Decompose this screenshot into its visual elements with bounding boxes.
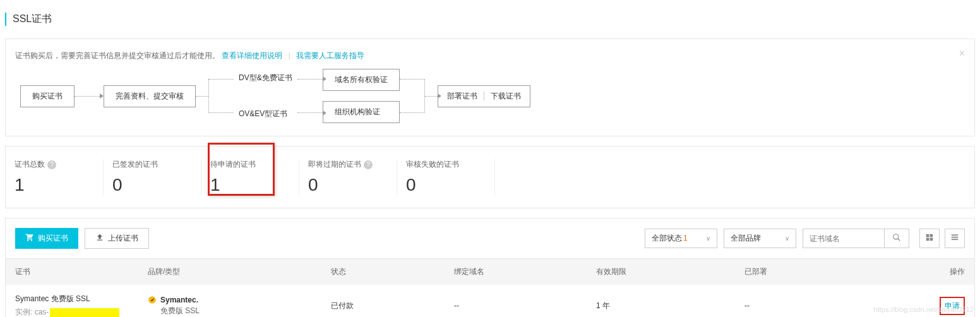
stat-value: 0 xyxy=(406,175,486,195)
stat-label: 已签发的证书 xyxy=(112,159,158,170)
stat-expiring[interactable]: 即将过期的证书? 0 xyxy=(299,159,397,195)
stat-value: 0 xyxy=(308,175,388,195)
grid-icon xyxy=(925,234,934,244)
cell-validity: 1 年 xyxy=(596,301,744,311)
cert-table: 证书 品牌/类型 状态 绑定域名 有效期限 已部署 操作 Symantec 免费… xyxy=(5,258,975,317)
th-action: 操作 xyxy=(928,266,965,277)
select-label: 全部品牌 xyxy=(731,233,761,244)
brand-name: Symantec. xyxy=(160,296,200,304)
info-message: 证书购买后，需要完善证书信息并提交审核通过后才能使用。 xyxy=(15,51,220,60)
upload-cert-button[interactable]: 上传证书 xyxy=(85,228,149,249)
flow-verify-domain: 域名所有权验证 xyxy=(323,69,400,91)
cert-name: Symantec 免费版 SSL xyxy=(15,294,148,304)
cart-icon xyxy=(25,233,34,244)
toolbar: 购买证书 上传证书 全部状态1 ∨ 全部品牌 ∨ xyxy=(5,218,975,258)
view-grid-button[interactable] xyxy=(919,229,940,248)
search-input[interactable] xyxy=(803,229,885,248)
branch-label-ov: OV&EV型证书 xyxy=(239,109,292,119)
th-validity: 有效期限 xyxy=(596,266,744,277)
watermark: https://blog.csdn.net/baiyan3212 xyxy=(874,306,974,313)
th-brand: 品牌/类型 xyxy=(148,266,331,277)
flow-branch: DV型&免费证书 OV&EV型证书 域名所有权验证 组织机构验证 xyxy=(208,69,438,123)
flow-connector xyxy=(196,96,208,97)
filter-brand-select[interactable]: 全部品牌 ∨ xyxy=(724,229,796,248)
cert-instance: 实例: cas- xyxy=(15,307,148,317)
svg-point-0 xyxy=(893,234,899,239)
th-cert: 证书 xyxy=(15,266,148,277)
close-icon[interactable]: × xyxy=(959,48,965,59)
filter-count: 1 xyxy=(683,234,688,242)
stat-failed[interactable]: 审核失败的证书 0 xyxy=(397,159,495,195)
flow-step-submit: 完善资料、提交审核 xyxy=(104,85,196,107)
separator xyxy=(484,92,484,100)
stat-label: 证书总数 xyxy=(15,159,45,170)
flow-download: 下载证书 xyxy=(491,91,521,102)
stat-label: 审核失败的证书 xyxy=(406,159,459,170)
search-icon xyxy=(892,234,901,244)
select-label: 全部状态 xyxy=(652,234,682,242)
th-status: 状态 xyxy=(331,266,454,277)
view-toggle xyxy=(919,229,965,248)
stat-issued[interactable]: 已签发的证书 0 xyxy=(104,159,201,195)
svg-rect-3 xyxy=(930,234,933,237)
info-panel: × 证书购买后，需要完善证书信息并提交审核通过后才能使用。 查看详细使用说明 |… xyxy=(5,39,975,136)
branch-label-dv: DV型&免费证书 xyxy=(239,73,292,83)
info-text: 证书购买后，需要完善证书信息并提交审核通过后才能使用。 查看详细使用说明 | 我… xyxy=(15,51,965,61)
help-icon[interactable]: ? xyxy=(47,160,56,169)
stat-value: 1 xyxy=(15,175,94,195)
search-wrap xyxy=(803,229,909,248)
brand-sub: 免费版 SSL xyxy=(160,306,200,316)
svg-rect-5 xyxy=(930,238,933,241)
help-icon[interactable]: ? xyxy=(364,160,373,169)
button-label: 上传证书 xyxy=(108,233,138,244)
svg-rect-2 xyxy=(926,234,929,237)
table-header: 证书 品牌/类型 状态 绑定域名 有效期限 已部署 操作 xyxy=(6,259,974,285)
symantec-logo-icon xyxy=(148,296,157,304)
link-usage-details[interactable]: 查看详细使用说明 xyxy=(222,51,282,60)
flow-final: 部署证书 下载证书 xyxy=(438,85,530,107)
svg-rect-4 xyxy=(926,238,929,241)
stat-total[interactable]: 证书总数? 1 xyxy=(6,159,104,195)
chevron-down-icon: ∨ xyxy=(785,235,789,242)
flow-diagram: 购买证书 完善资料、提交审核 DV型&免费证书 OV&EV型证书 域名所有权验证… xyxy=(20,69,965,123)
flow-verify-org: 组织机构验证 xyxy=(323,101,400,123)
svg-rect-7 xyxy=(952,237,959,238)
stat-value: 0 xyxy=(112,175,192,195)
separator: | xyxy=(289,51,290,60)
stat-label: 待申请的证书 xyxy=(210,159,256,170)
flow-arrow xyxy=(75,93,104,99)
flow-deploy: 部署证书 xyxy=(447,91,477,102)
buy-cert-button[interactable]: 购买证书 xyxy=(15,228,78,249)
button-label: 购买证书 xyxy=(38,233,68,244)
list-icon xyxy=(950,234,959,244)
cell-status: 已付款 xyxy=(331,301,454,311)
search-button[interactable] xyxy=(885,229,909,248)
flow-step-buy: 购买证书 xyxy=(20,85,75,107)
stat-value: 1 xyxy=(210,175,290,195)
cell-domain: -- xyxy=(454,301,596,310)
view-list-button[interactable] xyxy=(945,229,965,248)
link-manual-service[interactable]: 我需要人工服务指导 xyxy=(296,51,364,60)
stat-label: 即将过期的证书 xyxy=(308,159,361,170)
svg-rect-6 xyxy=(952,234,959,236)
svg-rect-8 xyxy=(952,239,959,240)
chevron-down-icon: ∨ xyxy=(706,235,710,242)
table-row: Symantec 免费版 SSL 实例: cas- Symantec. 免费版 … xyxy=(6,285,974,317)
redacted-text xyxy=(50,308,119,317)
upload-icon xyxy=(95,233,104,244)
th-deployed: 已部署 xyxy=(744,266,928,277)
stats-panel: 证书总数? 1 已签发的证书 0 待申请的证书 1 即将过期的证书? 0 审核失… xyxy=(5,146,975,208)
svg-line-1 xyxy=(898,239,900,241)
page-title: SSL证书 xyxy=(5,13,980,26)
th-domain: 绑定域名 xyxy=(454,266,596,277)
filter-status-select[interactable]: 全部状态1 ∨ xyxy=(645,229,717,248)
stat-pending[interactable]: 待申请的证书 1 xyxy=(201,159,299,195)
